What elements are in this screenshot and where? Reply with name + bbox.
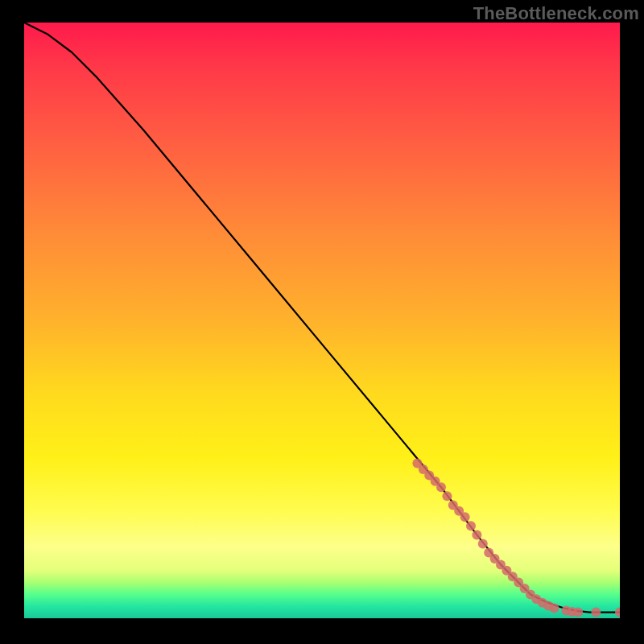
curve-line: [24, 23, 620, 613]
scatter-dot: [550, 603, 559, 613]
watermark-text: TheBottleneck.com: [473, 3, 639, 24]
scatter-dot: [460, 512, 470, 522]
scatter-dot: [442, 491, 452, 501]
scatter-dot: [436, 482, 446, 492]
scatter-dot: [466, 521, 476, 530]
scatter-dot: [615, 608, 620, 617]
chart-container: TheBottleneck.com: [0, 0, 644, 644]
scatter-dot: [591, 608, 601, 617]
plot-area: [24, 23, 620, 618]
scatter-dot: [478, 539, 488, 549]
scatter-dot: [472, 530, 481, 539]
chart-svg: [24, 23, 620, 618]
scatter-dot: [573, 608, 583, 617]
scatter-markers: [412, 459, 620, 617]
